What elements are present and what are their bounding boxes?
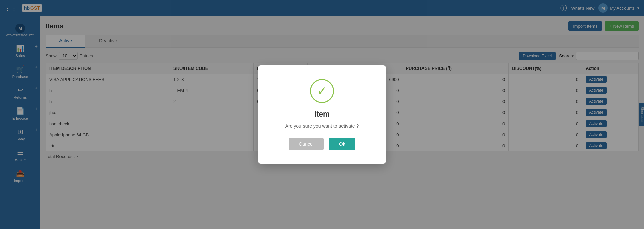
modal-actions: Cancel Ok: [275, 138, 369, 150]
modal-title: Item: [275, 110, 369, 119]
ok-button[interactable]: Ok: [329, 138, 355, 150]
cancel-button[interactable]: Cancel: [289, 138, 324, 150]
modal-message: Are you sure you want to activate ?: [275, 123, 369, 129]
modal-success-icon-circle: ✓: [310, 79, 334, 103]
modal-overlay: ✓ Item Are you sure you want to activate…: [0, 0, 644, 229]
checkmark-icon: ✓: [317, 85, 327, 97]
confirm-modal: ✓ Item Are you sure you want to activate…: [258, 65, 386, 164]
